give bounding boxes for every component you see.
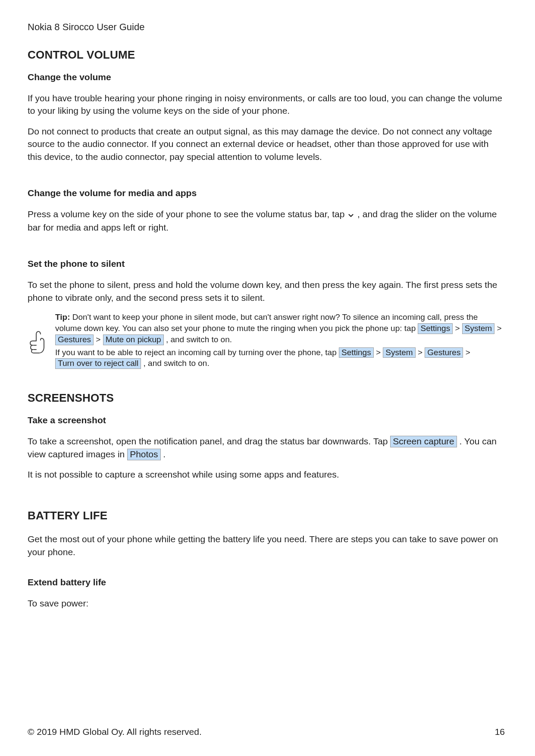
section-control-volume-title: CONTROL VOLUME [28,48,505,62]
paragraph: Do not connect to products that create a… [28,125,505,163]
subheading-set-silent: Set the phone to silent [28,259,505,269]
section-screenshots-title: SCREENSHOTS [28,391,505,405]
text-fragment: If you want to be able to reject an inco… [55,348,339,357]
paragraph: To take a screenshot, open the notificat… [28,435,505,460]
text-fragment: To take a screenshot, open the notificat… [28,436,390,446]
tip-hand-icon [28,330,47,354]
chevron-down-icon [347,209,355,221]
text-fragment: Don't want to keep your phone in silent … [55,312,478,333]
tip-text: Tip: Don't want to keep your phone in si… [55,312,505,371]
chip-settings: Settings [418,323,453,334]
chip-screen-capture: Screen capture [390,436,457,447]
subheading-take-screenshot: Take a screenshot [28,415,505,425]
paragraph: To set the phone to silent, press and ho… [28,278,505,304]
chip-turn-over-reject: Turn over to reject call [55,358,141,369]
section-battery-life-title: BATTERY LIFE [28,509,505,522]
chip-gestures: Gestures [425,347,463,358]
chip-system: System [462,323,494,334]
text-fragment: > [416,348,425,357]
paragraph: Get the most out of your phone while get… [28,533,505,558]
chip-system: System [383,347,415,358]
paragraph: It is not possible to capture a screensh… [28,468,505,481]
text-fragment: > [453,324,462,333]
page-footer: © 2019 HMD Global Oy. All rights reserve… [28,727,505,737]
subheading-change-volume-media: Change the volume for media and apps [28,188,505,198]
chip-mute-on-pickup: Mute on pickup [103,334,164,345]
page-header: Nokia 8 Sirocco User Guide [28,22,505,33]
chip-settings: Settings [339,347,374,358]
text-fragment: > [94,335,103,344]
subheading-extend-battery: Extend battery life [28,577,505,587]
page-number: 16 [495,727,505,737]
text-fragment: , and switch to on. [164,335,232,344]
paragraph: Press a volume key on the side of your p… [28,208,505,234]
tip-callout: Tip: Don't want to keep your phone in si… [28,312,505,371]
text-fragment: , and switch to on. [141,359,209,368]
text-fragment: Press a volume key on the side of your p… [28,209,347,219]
chip-photos: Photos [127,449,160,460]
paragraph: If you have trouble hearing your phone r… [28,92,505,117]
text-fragment: > [374,348,383,357]
paragraph: To save power: [28,597,505,609]
document-page: Nokia 8 Sirocco User Guide CONTROL VOLUM… [0,0,535,756]
tip-label: Tip: [55,312,70,322]
chip-gestures: Gestures [55,334,94,345]
text-fragment: . [161,449,166,459]
text-fragment: > [463,348,470,357]
text-fragment: > [494,324,501,333]
copyright-text: © 2019 HMD Global Oy. All rights reserve… [28,727,202,737]
subheading-change-volume: Change the volume [28,72,505,82]
